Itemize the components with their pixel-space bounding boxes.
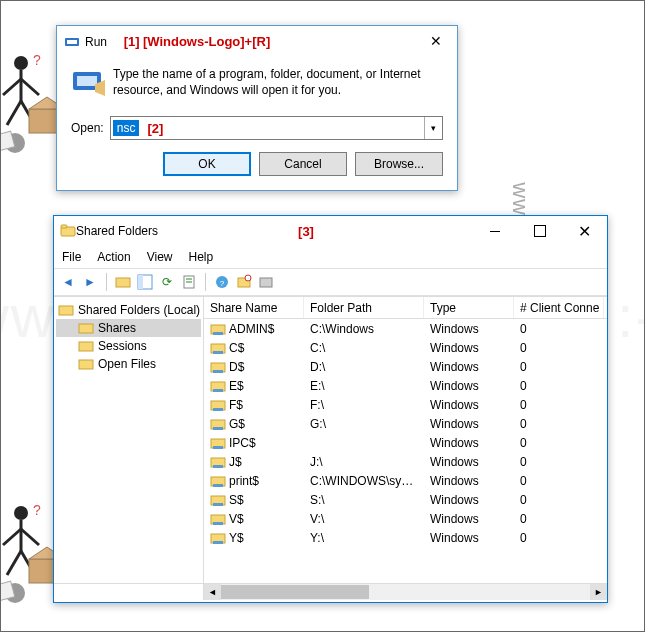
tree-root[interactable]: Shared Folders (Local) [56,301,201,319]
shared-folders-icon [60,223,76,239]
svg-rect-47 [213,370,223,373]
back-icon[interactable]: ◄ [60,274,76,290]
cell-name: ADMIN$ [229,322,274,336]
folder-icon [78,357,94,371]
col-clients[interactable]: # Client Conne [514,297,604,318]
table-row[interactable]: Y$Y:\Windows0 [204,528,607,547]
svg-line-3 [3,79,21,95]
annotation-2: [2] [147,121,163,136]
table-row[interactable]: E$E:\Windows0 [204,376,607,395]
open-input-value[interactable]: nsc [113,120,140,136]
tree-panel: Shared Folders (Local) SharesSessionsOpe… [54,297,204,583]
cell-name: IPC$ [229,436,256,450]
menu-view[interactable]: View [147,250,173,264]
cell-type: Windows [424,341,514,355]
svg-rect-10 [0,131,15,151]
table-row[interactable]: ADMIN$C:\WindowsWindows0 [204,319,607,338]
table-row[interactable]: D$D:\Windows0 [204,357,607,376]
refresh-icon[interactable]: ⟳ [159,274,175,290]
cell-path: J:\ [304,455,424,469]
cell-type: Windows [424,436,514,450]
cell-path: S:\ [304,493,424,507]
titlebar[interactable]: Shared Folders [3] ✕ [54,216,607,246]
browse-button[interactable]: Browse... [355,152,443,176]
scroll-right-icon[interactable]: ► [590,584,607,600]
cancel-button[interactable]: Cancel [259,152,347,176]
forward-icon[interactable]: ► [82,274,98,290]
dropdown-icon[interactable]: ▾ [424,117,442,139]
stop-share-icon[interactable] [258,274,274,290]
cell-type: Windows [424,455,514,469]
close-button[interactable]: ✕ [562,216,607,246]
svg-rect-49 [213,389,223,392]
table-row[interactable]: V$V:\Windows0 [204,509,607,528]
table-row[interactable]: C$C:\Windows0 [204,338,607,357]
tree-item-open-files[interactable]: Open Files [56,355,201,373]
table-row[interactable]: IPC$Windows0 [204,433,607,452]
cell-clients: 0 [514,455,604,469]
export-icon[interactable] [181,274,197,290]
maximize-button[interactable] [517,216,562,246]
run-title: Run [1] [Windows-Logo]+[R] [85,34,415,49]
folder-icon[interactable] [115,274,131,290]
col-folder-path[interactable]: Folder Path [304,297,424,318]
run-description: Type the name of a program, folder, docu… [113,66,443,98]
svg-rect-29 [116,278,130,287]
table-row[interactable]: print$C:\WINDOWS\syst...Windows0 [204,471,607,490]
svg-rect-63 [213,522,223,525]
open-combobox[interactable]: nsc [2] ▾ [110,116,443,140]
table-row[interactable]: G$G:\Windows0 [204,414,607,433]
minimize-button[interactable] [472,216,517,246]
svg-rect-45 [213,351,223,354]
share-icon [210,341,226,355]
table-row[interactable]: F$F:\Windows0 [204,395,607,414]
table-row[interactable]: S$S:\Windows0 [204,490,607,509]
svg-rect-51 [213,408,223,411]
cell-clients: 0 [514,322,604,336]
menubar: File Action View Help [54,246,607,268]
cell-clients: 0 [514,360,604,374]
shared-folders-window: Shared Folders [3] ✕ File Action View He… [53,215,608,603]
cell-path: F:\ [304,398,424,412]
menu-help[interactable]: Help [189,250,214,264]
scroll-thumb[interactable] [221,585,369,599]
tree-icon[interactable] [137,274,153,290]
cell-type: Windows [424,322,514,336]
cell-clients: 0 [514,341,604,355]
svg-rect-39 [79,324,93,333]
close-button[interactable]: ✕ [415,27,457,55]
svg-line-15 [21,529,39,545]
menu-file[interactable]: File [62,250,81,264]
tree-item-sessions[interactable]: Sessions [56,337,201,355]
svg-rect-21 [0,581,15,601]
help-icon[interactable]: ? [214,274,230,290]
svg-rect-38 [59,306,73,315]
titlebar[interactable]: Run [1] [Windows-Logo]+[R] ✕ [57,26,457,56]
svg-text:?: ? [33,502,41,518]
cell-name: G$ [229,417,245,431]
svg-rect-59 [213,484,223,487]
table-row[interactable]: J$J:\Windows0 [204,452,607,471]
share-icon [210,512,226,526]
svg-rect-31 [138,275,143,289]
svg-line-4 [21,79,39,95]
ok-button[interactable]: OK [163,152,251,176]
new-share-icon[interactable] [236,274,252,290]
svg-rect-65 [213,541,223,544]
cell-clients: 0 [514,398,604,412]
horizontal-scrollbar[interactable]: ◄ ► [54,583,607,600]
menu-action[interactable]: Action [97,250,130,264]
annotation-1: [1] [124,34,140,49]
cell-type: Windows [424,474,514,488]
scroll-left-icon[interactable]: ◄ [204,584,221,600]
col-type[interactable]: Type [424,297,514,318]
tree-item-shares[interactable]: Shares [56,319,201,337]
cell-clients: 0 [514,474,604,488]
share-icon [210,474,226,488]
svg-point-36 [245,275,251,281]
col-share-name[interactable]: Share Name [204,297,304,318]
cell-type: Windows [424,379,514,393]
share-icon [210,322,226,336]
open-label: Open: [71,121,104,135]
cell-name: D$ [229,360,244,374]
